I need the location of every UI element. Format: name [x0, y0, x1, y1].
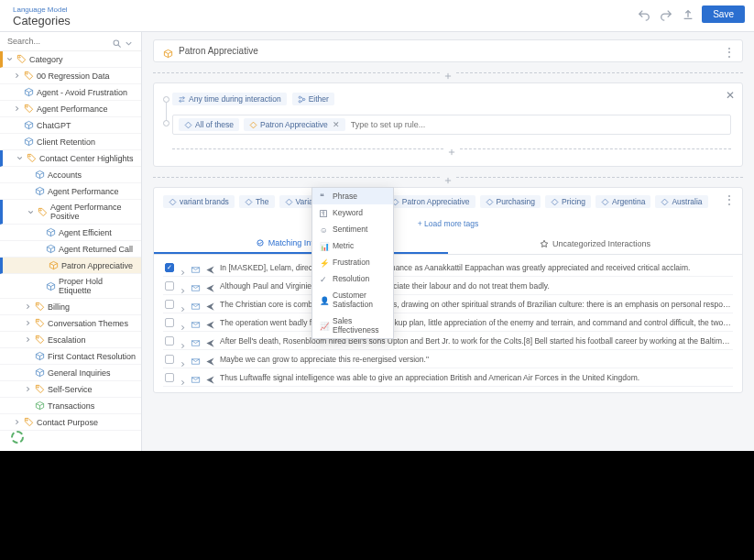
mail-icon[interactable]	[191, 335, 201, 346]
redo-icon[interactable]	[658, 6, 674, 23]
dropdown-item-metric[interactable]: 📊Metric	[312, 237, 393, 254]
row-checkbox[interactable]	[165, 336, 174, 346]
dropdown-item-phrase[interactable]: ❝Phrase	[312, 188, 393, 204]
sidebar-item-general-inquiries[interactable]: General Inquiries	[0, 365, 141, 381]
row-text: After Bell's death, Rosenbloom hired Bel…	[220, 336, 731, 346]
tag-pill[interactable]: The	[239, 195, 275, 208]
sidebar-item-label: Transactions	[48, 401, 94, 411]
frust-icon: ⚡	[320, 258, 328, 267]
diamond-icon	[184, 121, 192, 129]
mail-icon[interactable]	[191, 280, 201, 291]
send-icon[interactable]	[205, 317, 215, 327]
chevron-right-icon	[24, 302, 32, 311]
sidebar-item-chatgpt[interactable]: ChatGPT	[0, 117, 141, 134]
box-icon	[46, 281, 56, 291]
sidebar-item-category[interactable]: Category	[0, 51, 141, 68]
mail-icon[interactable]	[191, 317, 201, 327]
dropdown-item-frustration[interactable]: ⚡Frustration	[312, 254, 393, 270]
upload-icon[interactable]	[680, 6, 696, 23]
category-header-card: Patron Appreciative ⋮	[153, 39, 743, 62]
sidebar-item-contact-purpose[interactable]: Contact Purpose	[0, 414, 141, 431]
send-icon[interactable]	[205, 335, 215, 346]
chevron-down-icon[interactable]	[124, 36, 134, 47]
search-icon[interactable]	[112, 36, 122, 47]
add-rule-divider-2[interactable]	[153, 172, 743, 181]
close-icon[interactable]: ✕	[726, 89, 735, 102]
more-icon[interactable]: ⋮	[724, 46, 735, 59]
check-icon: ✓	[320, 275, 328, 283]
row-checkbox[interactable]	[165, 300, 174, 309]
sidebar-item-agent-performance-positive[interactable]: Agent Performance Positive	[0, 200, 141, 225]
sidebar-item-agent-efficient[interactable]: Agent Efficient	[0, 225, 141, 241]
sidebar-item-patron-appreciative[interactable]: Patron Appreciative	[0, 258, 141, 274]
more-icon[interactable]: ⋮	[724, 193, 735, 206]
save-button[interactable]: Save	[702, 5, 745, 23]
chevron-right-icon[interactable]	[179, 282, 186, 290]
send-icon[interactable]	[205, 354, 215, 364]
tag-pill[interactable]: Argentina	[596, 195, 650, 208]
tag-pill[interactable]: Australia	[655, 195, 707, 208]
dropdown-item-resolution[interactable]: ✓Resolution	[312, 270, 393, 287]
sidebar-item-accounts[interactable]: Accounts	[0, 167, 141, 183]
row-checkbox[interactable]	[165, 318, 174, 327]
sidebar-item-client-retention[interactable]: Client Retention	[0, 134, 141, 150]
sidebar-item-contact-center-highlights[interactable]: Contact Center Highlights	[0, 150, 141, 167]
send-icon[interactable]	[205, 299, 215, 309]
row-checkbox[interactable]	[165, 355, 174, 364]
rule-input[interactable]	[351, 120, 725, 129]
sidebar-item-self-service[interactable]: Self-Service	[0, 381, 141, 398]
undo-icon[interactable]	[636, 6, 652, 23]
tab-uncategorized[interactable]: Uncategorized Interactions	[448, 234, 742, 254]
dropdown-item-customer-satisfaction[interactable]: 👤Customer Satisfaction	[312, 287, 393, 313]
dropdown-item-sentiment[interactable]: ☺Sentiment	[312, 221, 393, 237]
tag-pill[interactable]: Purchasing	[480, 195, 541, 208]
rules-card: ✕ Any time during interactionEither All …	[153, 82, 743, 167]
condition-pill[interactable]: All of these	[179, 118, 239, 131]
sidebar-item-billing[interactable]: Billing	[0, 299, 141, 315]
svg-point-4	[29, 156, 30, 157]
row-checkbox[interactable]	[165, 263, 174, 272]
diamond-icon	[245, 198, 253, 206]
tag-pill[interactable]: variant brands	[163, 195, 235, 208]
tag-pill[interactable]: Patron Appreciative	[386, 195, 475, 208]
row-checkbox[interactable]	[165, 281, 174, 291]
send-icon[interactable]	[205, 372, 215, 382]
sidebar-item-first-contact-resolution[interactable]: First Contact Resolution	[0, 348, 141, 365]
chevron-right-icon[interactable]	[179, 319, 186, 326]
send-icon[interactable]	[205, 262, 215, 272]
add-rule-divider[interactable]	[153, 68, 743, 77]
chevron-right-icon[interactable]	[179, 356, 186, 363]
breadcrumb[interactable]: Language Model	[13, 5, 71, 14]
sidebar-item-transactions[interactable]: Transactions	[0, 398, 141, 414]
row-text: Maybe we can grow to appreciate this re-…	[220, 355, 731, 364]
timing-pill[interactable]: Any time during interaction	[172, 93, 287, 105]
sidebar-item-agent-performance[interactable]: Agent Performance	[0, 101, 141, 117]
sidebar-item-agent-avoid-frustration[interactable]: Agent - Avoid Frustration	[0, 84, 141, 101]
chevron-right-icon[interactable]	[179, 374, 186, 381]
remove-icon[interactable]: ✕	[333, 120, 340, 129]
search-input[interactable]	[7, 37, 110, 46]
send-icon[interactable]	[205, 280, 215, 291]
sidebar-item-agent-returned-call[interactable]: Agent Returned Call	[0, 241, 141, 258]
sidebar-item-conversation-themes[interactable]: Conversation Themes	[0, 315, 141, 332]
sidebar-item-escalation[interactable]: Escalation	[0, 332, 141, 348]
sidebar-item-proper-hold-etiquette[interactable]: Proper Hold Etiquette	[0, 274, 141, 299]
sidebar-item-00-regression-data[interactable]: 00 Regression Data	[0, 68, 141, 84]
row-checkbox[interactable]	[165, 373, 174, 382]
mail-icon[interactable]	[191, 354, 201, 364]
dropdown-item-sales-effectiveness[interactable]: 📈Sales Effectiveness	[312, 313, 393, 338]
tab-matching[interactable]: Matching Interactions	[154, 234, 448, 254]
mail-icon[interactable]	[191, 299, 201, 309]
sidebar-item-agent-performance[interactable]: Agent Performance	[0, 183, 141, 200]
load-more-tags[interactable]: + Load more tags	[418, 219, 478, 228]
timing-pill[interactable]: Either	[292, 93, 334, 105]
tag-pill[interactable]: Pricing	[545, 195, 591, 208]
mail-icon[interactable]	[191, 372, 201, 382]
chevron-right-icon[interactable]	[179, 301, 186, 308]
mail-icon[interactable]	[191, 262, 201, 272]
dropdown-item-keyword[interactable]: ⚿Keyword	[312, 204, 393, 221]
chevron-right-icon[interactable]	[179, 337, 186, 345]
add-condition-divider[interactable]	[172, 144, 731, 153]
condition-pill[interactable]: Patron Appreciative✕	[244, 118, 345, 131]
chevron-right-icon[interactable]	[179, 264, 186, 271]
